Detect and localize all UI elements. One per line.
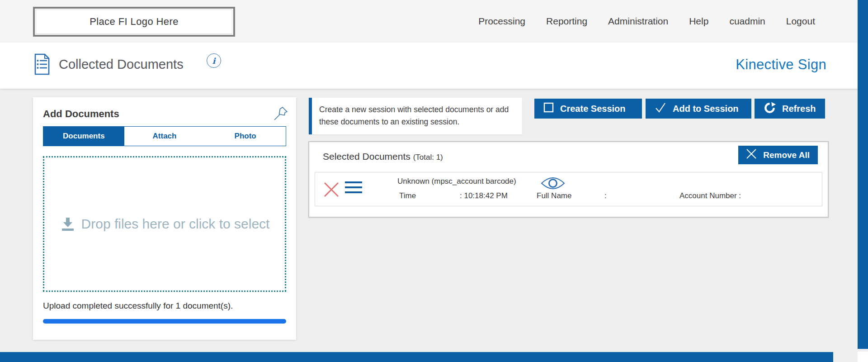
full-name-value: : [604, 191, 607, 200]
upload-status-message: Upload completed successfully for 1 docu… [43, 301, 233, 311]
add-documents-card: Add Documents Documents Attach Photo Dro… [33, 97, 296, 340]
add-to-session-label: Add to Session [673, 104, 739, 114]
remove-all-button[interactable]: Remove All [738, 146, 818, 164]
add-to-session-button[interactable]: Add to Session [646, 99, 751, 119]
create-session-button[interactable]: Create Session [534, 99, 642, 119]
nav-item-administration[interactable]: Administration [608, 16, 668, 27]
remove-document-icon[interactable] [322, 181, 340, 200]
time-label: Time [399, 191, 416, 200]
selected-documents-title-text: Selected Documents [323, 151, 410, 162]
pin-icon[interactable] [273, 105, 289, 124]
tab-attach[interactable]: Attach [124, 127, 205, 146]
preview-eye-icon[interactable] [540, 176, 566, 193]
session-info-text: Create a new session with selected docum… [319, 104, 514, 128]
drag-handle-icon[interactable] [345, 181, 362, 193]
nav-item-processing[interactable]: Processing [478, 16, 525, 27]
full-name-label: Full Name [537, 191, 571, 200]
main-nav: Processing Reporting Administration Help… [478, 0, 815, 43]
vertical-scrollbar[interactable] [858, 0, 868, 349]
download-icon [60, 217, 76, 234]
add-documents-title: Add Documents [43, 108, 119, 120]
remove-all-label: Remove All [763, 150, 810, 160]
app-root: Place FI Logo Here Processing Reporting … [0, 0, 868, 362]
add-documents-tabs: Documents Attach Photo [43, 126, 286, 146]
footer-bar [0, 352, 833, 362]
create-session-icon [543, 102, 554, 115]
info-icon[interactable]: i [207, 53, 221, 68]
refresh-button[interactable]: Refresh [755, 99, 825, 119]
tab-photo[interactable]: Photo [205, 127, 286, 146]
refresh-icon [764, 102, 776, 116]
nav-item-logout[interactable]: Logout [786, 16, 815, 27]
page-title-bar: Collected Documents i Kinective Sign [0, 43, 868, 89]
page-title: Collected Documents [59, 57, 184, 72]
account-number-label: Account Number : [679, 191, 741, 200]
checkmark-icon [655, 102, 666, 116]
dropzone-label: Drop files here or click to select [81, 216, 270, 232]
upload-progress-bar [43, 319, 286, 324]
document-row: Unknown (mpsc_account barcode) Time : 10… [315, 172, 822, 206]
selected-documents-title: Selected Documents (Total: 1) [323, 151, 443, 162]
selected-documents-total: (Total: 1) [413, 153, 443, 162]
fi-logo-text: Place FI Logo Here [90, 16, 179, 28]
selected-documents-panel: Selected Documents (Total: 1) Remove All [308, 141, 829, 218]
nav-item-cuadmin[interactable]: cuadmin [729, 16, 765, 27]
create-session-label: Create Session [560, 104, 626, 114]
refresh-label: Refresh [782, 104, 816, 114]
session-info-box: Create a new session with selected docum… [309, 98, 522, 134]
nav-item-help[interactable]: Help [689, 16, 708, 27]
brand-name: Kinective Sign [736, 57, 826, 73]
tab-documents[interactable]: Documents [43, 127, 124, 146]
upload-progress-fill [43, 319, 286, 324]
collected-documents-icon [34, 53, 50, 77]
document-name: Unknown (mpsc_account barcode) [397, 177, 516, 186]
remove-all-x-icon [745, 148, 757, 162]
scrollbar-corner [858, 352, 868, 362]
top-header: Place FI Logo Here Processing Reporting … [0, 0, 868, 43]
nav-item-reporting[interactable]: Reporting [546, 16, 587, 27]
file-dropzone[interactable]: Drop files here or click to select [43, 156, 286, 292]
time-value: : 10:18:42 PM [460, 191, 508, 200]
fi-logo-placeholder: Place FI Logo Here [33, 7, 235, 37]
